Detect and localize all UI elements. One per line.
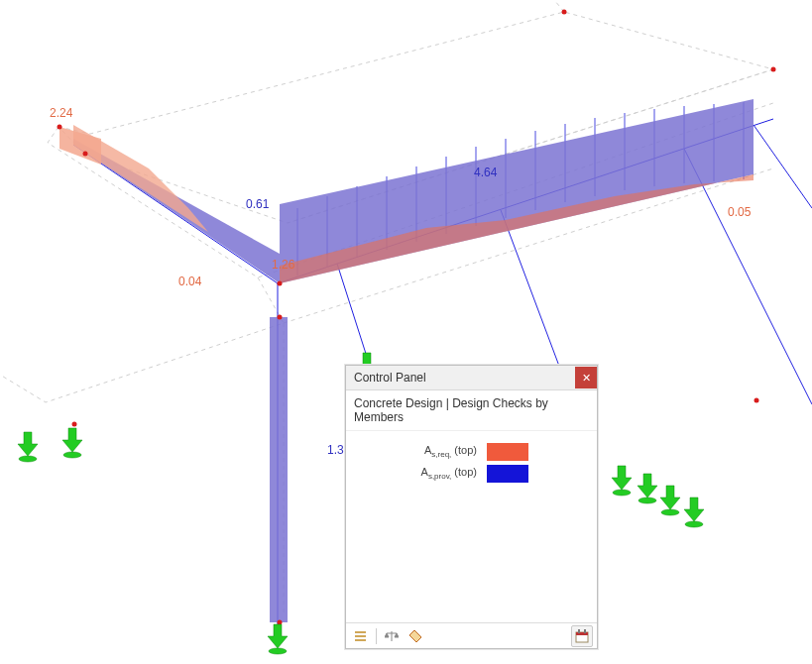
close-button[interactable]: ✕	[575, 367, 597, 388]
list-icon[interactable]	[350, 625, 372, 647]
tag-icon[interactable]	[405, 625, 426, 647]
svg-point-54	[685, 521, 703, 527]
svg-line-5	[684, 149, 812, 404]
legend-label: As,prov, (top)	[398, 466, 477, 481]
svg-point-34	[278, 315, 283, 320]
svg-point-36	[72, 422, 77, 427]
legend: As,req, (top)As,prov, (top)	[386, 431, 597, 498]
svg-point-50	[638, 498, 656, 503]
value-label: 4.64	[474, 166, 498, 179]
panel-subtitle: Concrete Design | Design Checks by Membe…	[346, 390, 597, 431]
value-label: 1.26	[272, 258, 295, 272]
svg-point-48	[613, 490, 631, 496]
svg-line-6	[754, 125, 812, 208]
svg-marker-39	[18, 432, 38, 456]
svg-point-38	[754, 398, 759, 403]
svg-marker-47	[612, 466, 632, 490]
legend-row: As,req, (top)	[398, 443, 585, 461]
value-label: 0.04	[178, 275, 202, 288]
svg-marker-53	[684, 498, 704, 521]
value-label: 0.05	[728, 205, 752, 219]
svg-marker-49	[638, 474, 657, 498]
calendar-icon[interactable]	[571, 625, 593, 647]
svg-marker-41	[62, 428, 82, 452]
svg-rect-61	[576, 632, 588, 635]
svg-line-0	[73, 145, 278, 283]
control-panel[interactable]: Control Panel ✕ Concrete Design | Design…	[345, 365, 598, 649]
svg-point-29	[58, 125, 62, 130]
svg-point-30	[562, 10, 567, 15]
svg-point-32	[83, 152, 88, 157]
legend-label: As,req, (top)	[398, 444, 477, 459]
svg-point-52	[661, 509, 679, 515]
legend-row: As,prov, (top)	[398, 465, 585, 483]
svg-marker-45	[268, 624, 288, 648]
svg-marker-51	[660, 486, 680, 509]
svg-rect-63	[584, 629, 586, 633]
svg-point-42	[63, 452, 81, 458]
panel-toolbar	[346, 622, 597, 649]
legend-swatch	[487, 465, 528, 483]
svg-marker-28	[270, 317, 288, 622]
svg-line-3	[337, 264, 367, 357]
value-label: 2.24	[50, 106, 73, 120]
svg-point-46	[269, 648, 287, 654]
value-label: 0.61	[246, 197, 270, 211]
legend-swatch	[487, 443, 528, 461]
svg-point-31	[771, 67, 776, 72]
svg-point-33	[278, 281, 283, 286]
balance-icon[interactable]	[381, 625, 403, 647]
svg-rect-62	[578, 629, 580, 633]
svg-point-40	[19, 456, 37, 462]
panel-title: Control Panel	[354, 371, 426, 385]
panel-header[interactable]: Control Panel ✕	[346, 366, 597, 390]
